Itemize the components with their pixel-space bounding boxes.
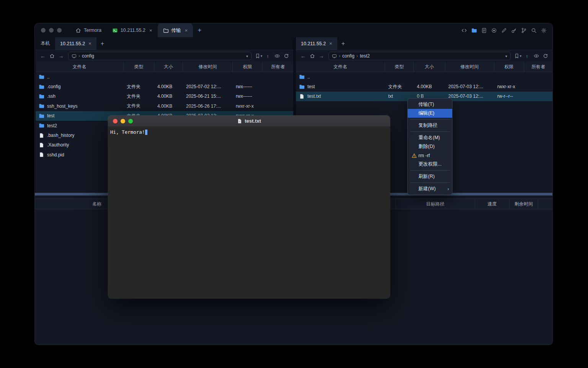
back-icon[interactable]: ← — [299, 52, 307, 60]
column-header-owner[interactable]: 所有者 — [263, 62, 293, 72]
editor-maximize-button[interactable] — [128, 119, 133, 123]
transfer-column-header[interactable]: 目标路径 — [395, 199, 475, 209]
file-row[interactable]: .. — [36, 72, 293, 82]
file-cell: 4.00KB — [154, 94, 183, 99]
menu-item[interactable]: rm -rf — [408, 151, 452, 160]
menu-item[interactable]: 新建(W)› — [408, 184, 452, 193]
editor-content[interactable]: Hi, Termora! — [108, 127, 390, 299]
close-icon[interactable]: × — [88, 41, 91, 46]
computer-icon — [72, 54, 77, 59]
file-name: ssh_host_keys — [47, 104, 77, 109]
file-row[interactable]: test文件夹4.00KB2025-07-03 12:...rwxr-xr-x — [296, 82, 552, 91]
menu-item[interactable]: 传输(T) — [408, 100, 452, 109]
home-icon[interactable] — [308, 52, 316, 60]
file-row[interactable]: .ssh文件夹4.00KB2025-06-21 15:...rwx------ — [36, 92, 293, 101]
column-header-owner[interactable]: 所有者 — [524, 62, 552, 72]
path-input[interactable]: ›config›test2 ▾ — [328, 52, 511, 60]
search-icon[interactable] — [531, 28, 537, 33]
file-name: .ssh — [47, 94, 56, 99]
branch-icon[interactable] — [521, 28, 527, 33]
close-icon[interactable]: × — [149, 28, 152, 33]
tab-host[interactable]: 10.211.55.2 × — [107, 23, 158, 37]
chevron-down-icon[interactable]: ▾ — [505, 54, 507, 58]
menu-item[interactable]: 重命名(M) — [408, 133, 452, 142]
maximize-window-button[interactable] — [57, 28, 62, 33]
editor-close-button[interactable] — [113, 119, 118, 123]
key-icon[interactable] — [511, 28, 517, 33]
menu-separator — [410, 170, 450, 171]
code-icon[interactable] — [461, 28, 467, 33]
transfer-column-header[interactable]: 剩余时间 — [510, 199, 538, 209]
column-header-size[interactable]: 大小 — [154, 62, 183, 72]
close-icon[interactable]: × — [185, 28, 188, 33]
editor-minimize-button[interactable] — [121, 119, 125, 123]
editor-traffic-lights — [113, 119, 133, 123]
pencil-icon[interactable] — [501, 28, 507, 33]
tab-termora[interactable]: Termora — [70, 23, 107, 37]
file-name: test — [47, 113, 54, 118]
file-row[interactable]: .. — [296, 72, 552, 82]
tab-transfer[interactable]: 传输 × — [158, 23, 193, 37]
tab-local[interactable]: 本机 — [36, 37, 55, 50]
editor-titlebar[interactable]: test.txt — [108, 115, 390, 127]
menu-item-label: 新建(W) — [418, 186, 436, 192]
folder-icon[interactable] — [471, 28, 477, 33]
menu-item[interactable]: 删除(D) — [408, 142, 452, 151]
tab-label: 10.211.55.2 — [60, 41, 85, 46]
file-cell: 2025-06-21 15:... — [183, 94, 233, 99]
editor-text: Hi, Termora! — [110, 129, 145, 135]
chevron-down-icon[interactable]: ▾ — [246, 54, 248, 58]
menu-item[interactable]: 更改权限... — [408, 160, 452, 169]
menu-item[interactable]: 刷新(R) — [408, 172, 452, 181]
log-icon[interactable] — [481, 28, 487, 33]
transfer-column-header[interactable]: 速度 — [475, 199, 510, 209]
menu-item[interactable]: 编辑(E) — [408, 109, 452, 118]
column-header-permissions[interactable]: 权限 — [233, 62, 263, 72]
titlebar-toolbar — [461, 28, 547, 33]
bookmark-icon[interactable]: ▾ — [514, 52, 522, 60]
bookmark-icon[interactable]: ▾ — [255, 52, 263, 60]
settings-icon[interactable] — [541, 28, 547, 33]
forward-icon[interactable]: → — [57, 52, 65, 60]
close-window-button[interactable] — [41, 28, 46, 33]
forward-icon[interactable]: → — [317, 52, 325, 60]
file-row[interactable]: .config文件夹4.00KB2025-07-02 12:...rwx----… — [36, 82, 293, 91]
column-header-size[interactable]: 大小 — [414, 62, 445, 72]
close-icon[interactable]: × — [329, 41, 332, 46]
menu-item[interactable]: 复制路径 — [408, 121, 452, 130]
eye-icon[interactable] — [273, 52, 281, 60]
home-icon[interactable] — [48, 52, 56, 60]
column-header-name[interactable]: 文件名 — [296, 62, 385, 72]
left-nav-bar: ← → ›config ▾ ▾ — [36, 50, 293, 62]
back-icon[interactable]: ← — [39, 52, 47, 60]
file-cell: 4.00KB — [154, 84, 183, 89]
file-row[interactable]: ssh_host_keys文件夹4.00KB2025-06-26 17:...r… — [36, 101, 293, 111]
refresh-icon[interactable] — [282, 52, 290, 60]
column-header-type[interactable]: 类型 — [124, 62, 154, 72]
column-header-type[interactable]: 类型 — [385, 62, 414, 72]
left-pane-tabs: 本机 10.211.55.2 × + — [36, 37, 293, 50]
file-name: test.txt — [307, 94, 321, 99]
tab-remote[interactable]: 10.211.55.2 × — [296, 37, 337, 50]
new-tab-button[interactable]: + — [96, 37, 108, 50]
column-header-modified[interactable]: 修改时间 — [445, 62, 494, 72]
left-table-header: 文件名 类型 大小 修改时间 权限 所有者 — [36, 62, 293, 72]
new-tab-button[interactable]: + — [193, 23, 206, 37]
minimize-window-button[interactable] — [49, 28, 54, 33]
column-header-name[interactable]: 文件名 — [36, 62, 124, 72]
breadcrumb-item[interactable]: test2 — [360, 53, 370, 59]
up-arrow-icon[interactable]: ↑ — [523, 52, 531, 60]
breadcrumb-item[interactable]: config — [82, 53, 94, 59]
up-arrow-icon[interactable]: ↑ — [264, 52, 272, 60]
record-icon[interactable] — [491, 28, 497, 33]
refresh-icon[interactable] — [541, 52, 549, 60]
file-name: test — [307, 84, 315, 89]
breadcrumb-item[interactable]: config — [342, 53, 354, 59]
tab-remote[interactable]: 10.211.55.2 × — [55, 37, 96, 50]
file-name: .bash_history — [47, 133, 74, 138]
column-header-permissions[interactable]: 权限 — [494, 62, 524, 72]
new-tab-button[interactable]: + — [337, 37, 349, 50]
path-input[interactable]: ›config ▾ — [68, 52, 252, 60]
column-header-modified[interactable]: 修改时间 — [183, 62, 233, 72]
eye-icon[interactable] — [532, 52, 540, 60]
